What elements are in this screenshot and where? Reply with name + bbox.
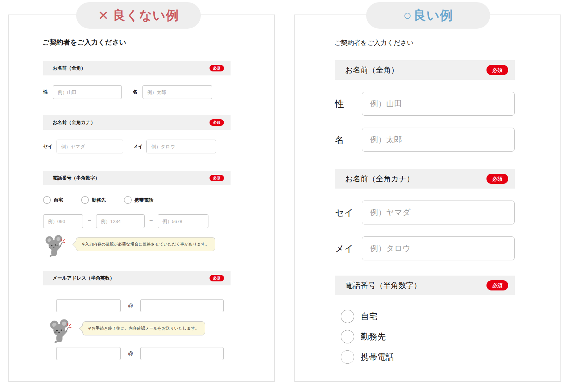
radio-item-home: 自宅 <box>341 310 515 323</box>
radio-mobile[interactable] <box>124 196 132 204</box>
good-example-header: ○ 良い例 <box>366 2 490 29</box>
circle-icon: ○ <box>403 8 412 23</box>
section-label: お名前（全角） <box>53 65 86 71</box>
phone-part2-input[interactable] <box>96 214 145 228</box>
section-label: 電話番号（半角数字） <box>53 175 100 181</box>
first-name-label: 名 <box>133 89 137 95</box>
first-kana-label: メイ <box>335 243 362 255</box>
last-name-label: 性 <box>43 89 48 95</box>
first-kana-label: メイ <box>133 143 143 150</box>
email-note-row: ※お手続き終了後に、内容確認メールをお送りいたします。 <box>43 318 231 344</box>
cross-icon: ✕ <box>98 8 109 23</box>
at-sign: @ <box>128 351 133 356</box>
bad-example-panel: ご契約者をご入力ください お名前（全角） 必須 性 名 お名前（全角カナ） 必須… <box>8 15 275 382</box>
last-kana-input[interactable] <box>57 140 123 153</box>
mouse-mascot-icon <box>43 234 67 258</box>
last-name-input[interactable] <box>362 92 515 116</box>
first-kana-input[interactable] <box>362 236 515 260</box>
section-header-name: お名前（全角） 必須 <box>335 60 515 80</box>
name-row: 性 名 <box>43 85 231 99</box>
required-badge: 必須 <box>210 65 224 71</box>
section-label: お名前（全角カナ） <box>345 174 414 184</box>
section-header-kana: お名前（全角カナ） 必須 <box>43 115 231 130</box>
email-confirm-domain-input[interactable] <box>140 347 224 360</box>
radio-home-label: 自宅 <box>54 197 63 203</box>
last-kana-label: セイ <box>43 143 53 150</box>
phone-number-row: − − <box>43 214 231 228</box>
required-badge: 必須 <box>486 280 508 291</box>
required-badge: 必須 <box>210 119 224 126</box>
email-confirm-local-input[interactable] <box>56 347 121 360</box>
radio-home[interactable] <box>43 196 51 204</box>
last-name-input[interactable] <box>53 85 122 99</box>
last-kana-label: セイ <box>335 207 362 219</box>
first-name-input[interactable] <box>362 128 515 152</box>
good-example-panel: ご契約者をご入力ください お名前（全角） 必須 性 名 お名前（全角カナ） 必須… <box>294 15 561 382</box>
radio-home-label: 自宅 <box>361 311 377 322</box>
radio-mobile-label: 携帯電話 <box>361 351 394 363</box>
section-header-kana: お名前（全角カナ） 必須 <box>335 169 515 189</box>
radio-mobile[interactable] <box>341 350 354 364</box>
radio-work-label: 勤務先 <box>361 331 386 342</box>
required-badge: 必須 <box>210 175 224 181</box>
required-badge: 必須 <box>486 174 508 184</box>
email-local-input[interactable] <box>56 299 121 312</box>
first-name-input[interactable] <box>142 85 212 99</box>
radio-work[interactable] <box>81 196 89 204</box>
radio-work[interactable] <box>341 330 354 343</box>
email-domain-input[interactable] <box>140 299 224 312</box>
radio-mobile-label: 携帯電話 <box>134 197 153 203</box>
good-example-title: 良い例 <box>414 7 453 24</box>
section-label: お名前（全角カナ） <box>53 119 95 126</box>
first-name-row: 名 <box>335 128 515 152</box>
kana-row: セイ メイ <box>43 140 231 153</box>
phone-note-row: ※入力内容の確認が必要な場合に連絡させていただく事があります。 <box>43 234 231 258</box>
section-header-email: メールアドレス（半角英数） 必須 <box>43 271 231 285</box>
phone-dash: − <box>149 218 153 225</box>
radio-item-mobile: 携帯電話 <box>341 350 515 364</box>
email-row-2: @ <box>43 347 231 360</box>
bad-example-title: 良くない例 <box>113 7 179 24</box>
section-label: 電話番号（半角数字） <box>345 280 421 290</box>
phone-note-bubble: ※入力内容の確認が必要な場合に連絡させていただく事があります。 <box>76 237 215 251</box>
section-header-phone: 電話番号（半角数字） 必須 <box>335 276 515 295</box>
last-kana-input[interactable] <box>362 201 515 224</box>
first-kana-input[interactable] <box>146 140 216 153</box>
email-row-1: @ <box>43 299 231 312</box>
required-badge: 必須 <box>486 65 508 75</box>
phone-dash: − <box>88 218 91 225</box>
radio-home[interactable] <box>341 310 354 323</box>
last-name-label: 性 <box>335 98 362 110</box>
bad-example-header: ✕ 良くない例 <box>76 2 201 29</box>
mouse-mascot-icon <box>47 318 74 344</box>
radio-work-label: 勤務先 <box>92 197 106 203</box>
section-header-phone: 電話番号（半角数字） 必須 <box>43 171 231 185</box>
phone-part3-input[interactable] <box>158 214 208 228</box>
email-note-bubble: ※お手続き終了後に、内容確認メールをお送りいたします。 <box>82 321 205 335</box>
radio-item-work: 勤務先 <box>341 330 515 343</box>
section-label: メールアドレス（半角英数） <box>53 275 115 281</box>
at-sign: @ <box>128 303 133 309</box>
first-kana-row: メイ <box>335 236 515 260</box>
phone-type-radios: 自宅 勤務先 携帯電話 <box>43 196 231 204</box>
section-header-name: お名前（全角） 必須 <box>43 61 231 75</box>
form-title: ご契約者をご入力ください <box>334 38 515 47</box>
first-name-label: 名 <box>335 134 362 146</box>
phone-part1-input[interactable] <box>43 214 83 228</box>
last-kana-row: セイ <box>335 201 515 224</box>
last-name-row: 性 <box>335 92 515 116</box>
form-title: ご契約者をご入力ください <box>42 38 231 47</box>
comparison-graphic: ✕ 良くない例 ご契約者をご入力ください お名前（全角） 必須 性 名 お名前（… <box>0 0 580 392</box>
phone-type-radios: 自宅 勤務先 携帯電話 <box>335 310 515 364</box>
required-badge: 必須 <box>210 275 224 281</box>
section-label: お名前（全角） <box>345 65 399 75</box>
